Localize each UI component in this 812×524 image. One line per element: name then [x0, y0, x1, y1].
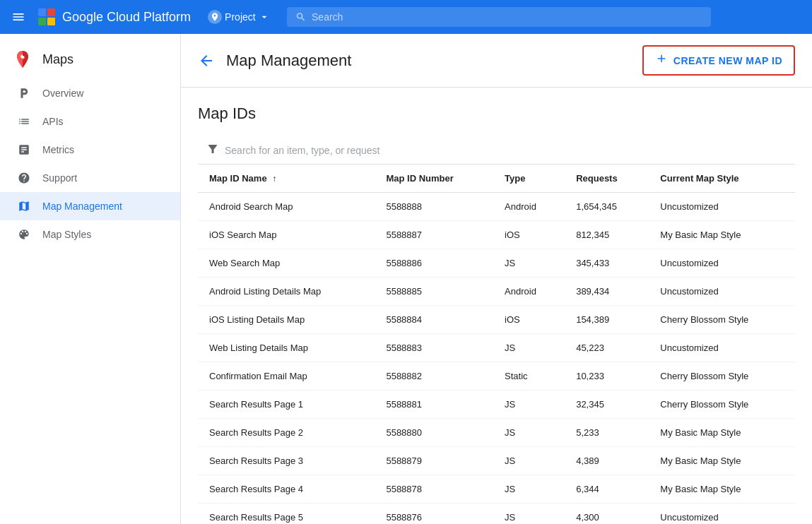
sidebar-item-map-styles-label: Map Styles [42, 229, 91, 240]
sidebar-item-support[interactable]: Support [0, 164, 180, 192]
cell-name: Web Listing Details Map [198, 334, 375, 362]
cell-requests: 32,345 [565, 391, 649, 419]
search-bar[interactable] [287, 7, 711, 27]
cell-type: Android [493, 193, 565, 221]
cell-requests: 345,433 [565, 249, 649, 278]
cell-type: iOS [493, 221, 565, 249]
sidebar-item-metrics[interactable]: Metrics [0, 136, 180, 164]
cell-number: 5588876 [375, 504, 493, 525]
project-selector[interactable]: Project [202, 7, 276, 27]
cell-type: JS [493, 391, 565, 419]
cell-name: Android Search Map [198, 193, 375, 221]
search-input[interactable] [312, 11, 702, 23]
cell-requests: 45,223 [565, 334, 649, 362]
sidebar-item-map-management-label: Map Management [42, 201, 122, 212]
svg-rect-1 [47, 8, 55, 16]
sidebar-header: Maps [0, 40, 180, 79]
col-header-name[interactable]: Map ID Name ↑ [198, 165, 375, 193]
table-row: Search Results Page 55588876JS4,300Uncus… [198, 504, 795, 525]
sidebar-item-apis-label: APIs [42, 116, 64, 127]
sidebar-item-overview[interactable]: Overview [0, 79, 180, 107]
sidebar: Maps Overview APIs Metrics Support [0, 34, 181, 524]
cell-number: 5588887 [375, 221, 493, 249]
cell-type: Static [493, 362, 565, 391]
map-ids-table: Map ID Name ↑ Map ID Number Type Request… [198, 165, 795, 524]
col-header-style: Current Map Style [649, 165, 795, 193]
cell-name: Android Listing Details Map [198, 278, 375, 306]
cell-name: Search Results Page 4 [198, 475, 375, 504]
cell-type: JS [493, 504, 565, 525]
apis-icon [17, 114, 31, 129]
back-button[interactable] [198, 52, 215, 69]
sort-arrow-icon: ↑ [272, 174, 276, 184]
cell-type: JS [493, 334, 565, 362]
sidebar-item-overview-label: Overview [42, 88, 83, 99]
hamburger-menu[interactable] [11, 10, 25, 24]
gcp-logo: Google Cloud Platform [37, 7, 191, 27]
cell-type: JS [493, 249, 565, 278]
cell-name: Search Results Page 3 [198, 447, 375, 475]
table-row: Web Search Map5588886JS345,433Uncustomiz… [198, 249, 795, 278]
sidebar-item-map-management[interactable]: Map Management [0, 192, 180, 220]
sidebar-item-map-styles[interactable]: Map Styles [0, 220, 180, 249]
project-label: Project [225, 11, 256, 23]
table-row: Android Listing Details Map5588885Androi… [198, 278, 795, 306]
table-header: Map ID Name ↑ Map ID Number Type Request… [198, 165, 795, 193]
cell-requests: 5,233 [565, 419, 649, 447]
cell-requests: 1,654,345 [565, 193, 649, 221]
cell-number: 5588881 [375, 391, 493, 419]
main-layout: Maps Overview APIs Metrics Support [0, 34, 812, 524]
chevron-down-icon [259, 11, 270, 23]
cell-style: Cherry Blossom Style [649, 391, 795, 419]
main-content: Map Management CREATE NEW MAP ID Map IDs [181, 34, 812, 524]
cell-style: My Basic Map Style [649, 475, 795, 504]
cell-name: iOS Listing Details Map [198, 306, 375, 334]
cell-name: Search Results Page 2 [198, 419, 375, 447]
cell-number: 5588883 [375, 334, 493, 362]
table-row: Android Search Map5588888Android1,654,34… [198, 193, 795, 221]
search-icon [295, 11, 306, 23]
cell-type: JS [493, 419, 565, 447]
svg-rect-3 [47, 18, 55, 25]
gcp-title: Google Cloud Platform [62, 10, 191, 25]
cell-number: 5588882 [375, 362, 493, 391]
cell-type: JS [493, 475, 565, 504]
map-management-icon [17, 199, 31, 213]
cell-style: My Basic Map Style [649, 447, 795, 475]
cell-name: iOS Search Map [198, 221, 375, 249]
sidebar-item-metrics-label: Metrics [42, 144, 74, 155]
cell-number: 5588880 [375, 419, 493, 447]
cell-style: Uncustomized [649, 249, 795, 278]
cell-requests: 154,389 [565, 306, 649, 334]
table-row: iOS Search Map5588887iOS812,345My Basic … [198, 221, 795, 249]
table-row: Search Results Page 15588881JS32,345Cher… [198, 391, 795, 419]
sidebar-item-apis[interactable]: APIs [0, 107, 180, 136]
svg-rect-2 [38, 18, 46, 25]
cell-number: 5588886 [375, 249, 493, 278]
cell-type: Android [493, 278, 565, 306]
cell-requests: 6,344 [565, 475, 649, 504]
sidebar-item-support-label: Support [42, 172, 77, 184]
cell-requests: 812,345 [565, 221, 649, 249]
svg-rect-0 [38, 8, 46, 16]
cell-style: Uncustomized [649, 278, 795, 306]
create-btn-label: CREATE NEW MAP ID [673, 55, 782, 66]
cell-name: Web Search Map [198, 249, 375, 278]
cell-number: 5588878 [375, 475, 493, 504]
maps-app-icon [11, 48, 34, 71]
cell-requests: 389,434 [565, 278, 649, 306]
table-search-bar[interactable]: Search for an item, type, or request [198, 137, 795, 165]
support-icon [17, 171, 31, 185]
cell-number: 5588884 [375, 306, 493, 334]
cell-name: Search Results Page 5 [198, 504, 375, 525]
cell-name: Confirmation Email Map [198, 362, 375, 391]
create-new-map-id-button[interactable]: CREATE NEW MAP ID [642, 45, 795, 76]
cell-type: JS [493, 447, 565, 475]
cell-style: Cherry Blossom Style [649, 362, 795, 391]
cell-style: Cherry Blossom Style [649, 306, 795, 334]
plus-icon [655, 52, 668, 69]
overview-icon [17, 86, 31, 100]
table-row: Search Results Page 45588878JS6,344My Ba… [198, 475, 795, 504]
content-area: Map IDs Search for an item, type, or req… [181, 88, 812, 524]
cell-style: My Basic Map Style [649, 221, 795, 249]
